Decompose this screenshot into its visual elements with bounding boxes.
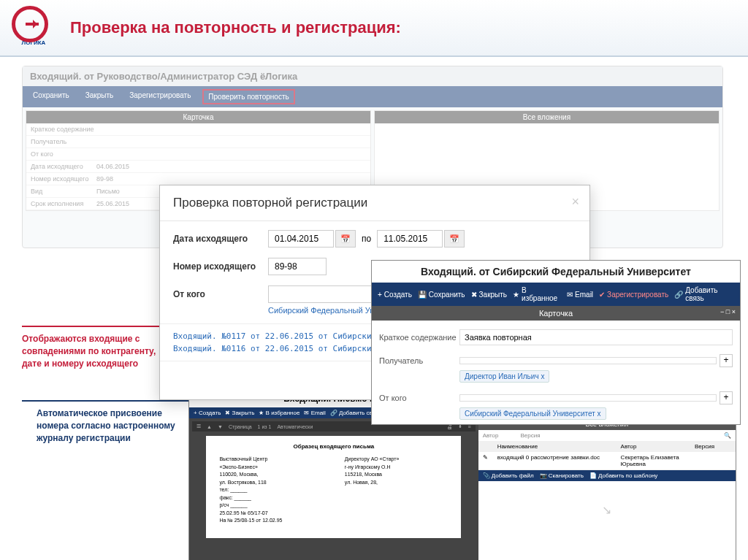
incoming-card-window: Входящий. от Сибирский Федеральный Униве… [371, 260, 741, 425]
nav-down-icon[interactable]: ▼ [218, 424, 223, 429]
table-header: Наименование Автор Версия [478, 441, 736, 452]
document-page: Образец входящего письма Выставочный Цен… [206, 436, 461, 538]
calendar-icon[interactable]: 📅 [335, 230, 356, 248]
logo: ЛОГИКА [12, 6, 56, 50]
save-button[interactable]: 💾Сохранить [418, 291, 465, 299]
close-icon[interactable]: × [571, 194, 579, 210]
page-header: ЛОГИКА Проверка на повторность и регистр… [0, 0, 748, 57]
add-icon[interactable]: + [720, 354, 733, 367]
edit-icon[interactable]: ✎ [483, 454, 497, 467]
doc-right-col: Директору АО «Старт» г-ну Игарскому О.Н … [345, 456, 448, 525]
callout-text: Отображаются входящие с совпадениями по … [22, 333, 161, 369]
create-button[interactable]: +Создать [378, 291, 412, 299]
attachments-panel-head: Все вложения [375, 111, 719, 123]
from-value[interactable] [459, 394, 717, 402]
recipient-tag[interactable]: Директор Иван Ильич x [459, 370, 549, 383]
close-button[interactable]: Закрыть [81, 89, 118, 104]
favorite-button[interactable]: ★ В избранное [259, 410, 299, 416]
callout-line [22, 400, 190, 402]
sidebar-icon[interactable]: ☰ [196, 423, 201, 429]
win1-title: Входящий. от Руководство/Администратор С… [23, 66, 722, 86]
summary-label: Краткое содержание [379, 333, 459, 342]
from-tag[interactable]: Сибирский Федеральный Университет x [459, 407, 606, 420]
date-from-input[interactable] [268, 230, 334, 248]
link-icon: 🔗 [674, 291, 683, 299]
email-button[interactable]: ✉ Email [304, 410, 325, 416]
nav-up-icon[interactable]: ▲ [207, 424, 212, 429]
drag-area[interactable]: ↘ [478, 481, 736, 540]
x-icon: ✖ [471, 291, 477, 299]
save-button[interactable]: Сохранить [28, 89, 74, 104]
close-button[interactable]: ✖ Закрыть [225, 410, 254, 416]
from-label: От кого [379, 394, 459, 402]
page-indicator: 1 из 1 [258, 424, 272, 429]
from-label: От кого [173, 289, 268, 299]
doc-title: Образец входящего письма [219, 443, 448, 450]
close-button[interactable]: ✖Закрыть [471, 291, 508, 299]
date-to-input[interactable] [377, 230, 443, 248]
attachment-actions: 📎 Добавить файл 📷 Сканировать 📄 Добавить… [478, 470, 736, 481]
table-row[interactable]: ✎ входящий 0 рассмотрение заявки.doc Сек… [478, 452, 736, 470]
doc-left-col: Выставочный Центр «Экспо-Бизнес» 110020,… [219, 456, 322, 525]
card-section-head: Карточка − □ × [372, 306, 740, 321]
callout-text: Автоматическое присвоение номера согласн… [37, 407, 175, 444]
summary-value[interactable]: Заявка повторная [459, 329, 733, 345]
search-icon[interactable]: 🔍 [724, 432, 731, 439]
win1-toolbar: Сохранить Закрыть Зарегистрировать Прове… [23, 86, 722, 107]
number-input[interactable] [268, 258, 327, 275]
star-icon: ★ [513, 291, 519, 299]
callout-line [22, 326, 175, 327]
dialog-title: Проверка повторной регистрации × [160, 185, 589, 221]
recipient-label: Получатель [379, 356, 459, 365]
mail-icon: ✉ [567, 291, 573, 299]
attachments-filters: Автор Версия 🔍 [478, 430, 736, 441]
zoom-mode[interactable]: Автоматически [277, 424, 313, 429]
favorite-button[interactable]: ★В избранное [513, 286, 561, 302]
add-link-button[interactable]: 🔗Добавить связь [674, 286, 734, 302]
win2-title: Входящий. от Сибирский Федеральный Униве… [372, 261, 740, 283]
attachments-panel: Все вложения Автор Версия 🔍 Наименование… [478, 418, 736, 560]
check-duplicate-button[interactable]: Проверить повторность [202, 89, 294, 104]
scan-button[interactable]: 📷 Сканировать [540, 472, 584, 479]
add-icon[interactable]: + [720, 391, 733, 404]
check-icon: ✔ [599, 291, 605, 299]
register-button[interactable]: ✔Зарегистрировать [599, 291, 668, 299]
panel-controls[interactable]: − □ × [720, 308, 736, 315]
win2-toolbar: +Создать 💾Сохранить ✖Закрыть ★В избранно… [372, 283, 740, 306]
add-template-button[interactable]: 📄 Добавить по шаблону [589, 472, 658, 479]
create-button[interactable]: + Создать [194, 410, 221, 416]
card-panel-head: Карточка [26, 111, 370, 123]
number-label: Номер исходящего [173, 261, 268, 272]
register-button[interactable]: Зарегистрировать [125, 89, 195, 104]
pdf-viewer: ☰ ▲ ▼ Страница 1 из 1 Автоматически 🖨 ⬇ … [189, 418, 478, 560]
recipient-value[interactable] [459, 357, 717, 364]
date-label: Дата исходящего [173, 234, 268, 244]
email-button[interactable]: ✉Email [567, 291, 593, 299]
add-file-button[interactable]: 📎 Добавить файл [483, 472, 534, 479]
save-icon: 💾 [418, 291, 427, 299]
plus-icon: + [378, 291, 382, 299]
page-title: Проверка на повторность и регистрация: [70, 18, 401, 37]
calendar-icon[interactable]: 📅 [444, 230, 465, 248]
